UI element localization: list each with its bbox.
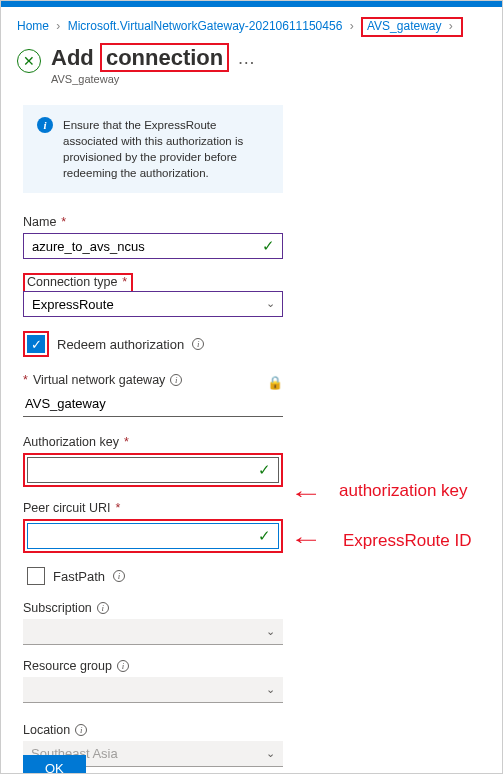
- help-icon[interactable]: i: [192, 338, 204, 350]
- arrow-icon: ←: [289, 479, 323, 507]
- help-icon[interactable]: i: [75, 724, 87, 736]
- field-name: Name * ✓: [23, 215, 480, 259]
- breadcrumb-current[interactable]: AVS_gateway: [367, 19, 442, 33]
- arrow-icon: ←: [289, 525, 323, 553]
- field-vng: *Virtual network gateway i 🔒: [23, 373, 480, 417]
- field-redeem-authorization: ✓ Redeem authorization i: [23, 331, 480, 357]
- field-connection-type: Connection type * ⌄: [23, 273, 480, 317]
- authorization-key-input[interactable]: [27, 457, 279, 483]
- page-title: Add connection: [51, 45, 229, 71]
- fastpath-label: FastPath: [53, 569, 105, 584]
- lock-icon: 🔒: [267, 375, 283, 390]
- page-header: ✕ Add connection … AVS_gateway: [1, 43, 502, 97]
- more-menu-button[interactable]: …: [237, 48, 256, 69]
- connection-type-select[interactable]: [23, 291, 283, 317]
- chevron-right-icon: ›: [56, 19, 60, 33]
- help-icon[interactable]: i: [117, 660, 129, 672]
- subscription-select[interactable]: [23, 619, 283, 645]
- redeem-label: Redeem authorization: [57, 337, 184, 352]
- field-subscription: Subscription i ⌄: [23, 601, 480, 645]
- breadcrumb-resource[interactable]: Microsoft.VirtualNetworkGateway-20210611…: [68, 19, 343, 33]
- peer-circuit-uri-input[interactable]: [27, 523, 279, 549]
- info-icon: i: [37, 117, 53, 133]
- field-authorization-key: Authorization key * ✓: [23, 435, 480, 487]
- annotation-auth-key: authorization key: [339, 481, 468, 501]
- vng-input: [23, 391, 283, 417]
- info-text: Ensure that the ExpressRoute associated …: [63, 117, 269, 181]
- info-banner: i Ensure that the ExpressRoute associate…: [23, 105, 283, 193]
- field-location: Location i ⌄: [23, 723, 480, 767]
- breadcrumb: Home › Microsoft.VirtualNetworkGateway-2…: [1, 7, 502, 43]
- redeem-checkbox[interactable]: ✓: [27, 335, 45, 353]
- close-icon[interactable]: ✕: [17, 49, 41, 73]
- ok-button[interactable]: OK: [23, 755, 86, 773]
- page-subtitle: AVS_gateway: [51, 73, 256, 85]
- help-icon[interactable]: i: [113, 570, 125, 582]
- name-input[interactable]: [23, 233, 283, 259]
- chevron-right-icon: ›: [449, 19, 453, 33]
- breadcrumb-home[interactable]: Home: [17, 19, 49, 33]
- help-icon[interactable]: i: [97, 602, 109, 614]
- annotation-expressroute-id: ExpressRoute ID: [343, 531, 472, 551]
- resource-group-select[interactable]: [23, 677, 283, 703]
- chevron-right-icon: ›: [350, 19, 354, 33]
- fastpath-checkbox[interactable]: [27, 567, 45, 585]
- field-resource-group: Resource group i ⌄: [23, 659, 480, 703]
- help-icon[interactable]: i: [170, 374, 182, 386]
- field-fastpath: FastPath i: [27, 567, 480, 585]
